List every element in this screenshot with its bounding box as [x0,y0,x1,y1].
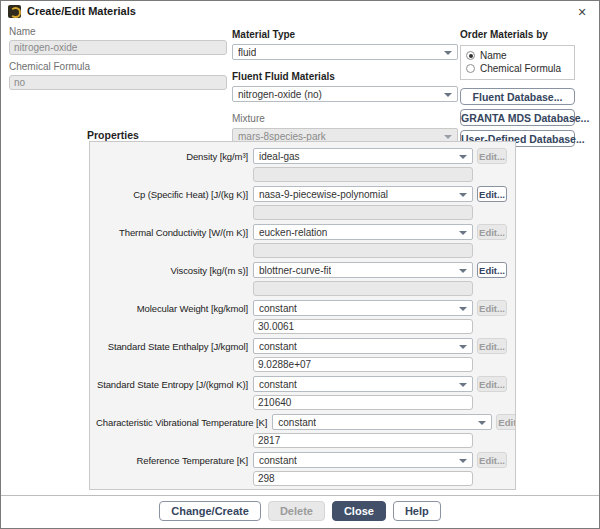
radio-selected-icon[interactable] [466,51,475,60]
bottom-separator [1,495,599,496]
chevron-down-icon [459,231,467,235]
cp-value-input [253,205,473,220]
property-label: Characteristic Vibrational Temperature [… [96,417,272,428]
viscosity-edit-button[interactable]: Edit... [477,262,507,278]
granta-mds-database-button[interactable]: GRANTA MDS Database... [460,109,575,126]
molecular-weight-value-input[interactable] [253,319,473,334]
property-row-thermal-conductivity: Thermal Conductivity [W/(m K)] eucken-re… [96,224,507,258]
close-icon[interactable]: ✕ [573,3,591,21]
property-label: Molecular Weight [kg/kmol] [96,303,253,314]
cp-method-dropdown[interactable]: nasa-9-piecewise-polynomial [253,186,473,202]
order-by-radio-group: Name Chemical Formula [460,45,575,80]
reference-temperature-value-input[interactable] [253,471,473,486]
order-by-chemical-formula-option[interactable]: Chemical Formula [466,62,569,75]
property-label: Cp (Specific Heat) [J/(kg K)] [96,189,253,200]
chevron-down-icon [459,155,467,159]
close-button[interactable]: Close [332,501,386,521]
chevron-down-icon [459,345,467,349]
standard-state-entropy-edit-button: Edit... [477,376,507,392]
help-button[interactable]: Help [393,501,441,521]
property-row-standard-state-enthalpy: Standard State Enthalpy [J/kgmol] consta… [96,338,507,372]
thermal-conductivity-edit-button: Edit... [477,224,507,240]
density-value-input [253,167,473,182]
chevron-down-icon [444,51,452,55]
standard-state-enthalpy-value-input[interactable] [253,357,473,372]
property-row-density: Density [kg/m³] ideal-gas Edit... [96,148,507,182]
property-row-characteristic-vibrational-temperature: Characteristic Vibrational Temperature [… [96,414,507,448]
reference-temperature-method-dropdown[interactable]: constant [253,452,473,468]
reference-temperature-edit-button: Edit... [477,452,507,468]
property-row-cp: Cp (Specific Heat) [J/(kg K)] nasa-9-pie… [96,186,507,220]
identity-section: Name Chemical Formula [9,26,227,96]
fluent-fluid-materials-dropdown[interactable]: nitrogen-oxide (no) [232,86,458,102]
fluent-app-icon [8,5,21,18]
delete-button: Delete [268,501,325,521]
mixture-label: Mixture [232,113,265,124]
property-label: Standard State Entropy [J/(kgmol K)] [96,379,253,390]
order-materials-section: Order Materials by Name Chemical Formula… [460,24,575,147]
chevron-down-icon [459,193,467,197]
chevron-down-icon [459,383,467,387]
order-materials-by-label: Order Materials by [460,29,548,40]
property-row-standard-state-entropy: Standard State Entropy [J/(kgmol K)] con… [96,376,507,410]
thermal-conductivity-value-input [253,243,473,258]
chevron-down-icon [459,459,467,463]
chevron-down-icon [478,421,486,425]
action-buttons: Change/Create Delete Close Help [1,501,599,521]
property-label: Density [kg/m³] [96,151,253,162]
chevron-down-icon [459,307,467,311]
property-label: Reference Temperature [K] [96,455,253,466]
properties-panel: Density [kg/m³] ideal-gas Edit... Cp (Sp… [89,141,516,490]
thermal-conductivity-method-dropdown[interactable]: eucken-relation [253,224,473,240]
property-label: Thermal Conductivity [W/(m K)] [96,227,253,238]
chemical-formula-field [9,75,227,90]
cp-edit-button[interactable]: Edit... [477,186,507,202]
characteristic-vibrational-temperature-value-input[interactable] [253,433,473,448]
material-type-dropdown[interactable]: fluid [232,44,458,60]
properties-label: Properties [87,129,139,141]
property-label: Standard State Enthalpy [J/kgmol] [96,341,253,352]
material-type-label: Material Type [232,29,295,40]
standard-state-enthalpy-edit-button: Edit... [477,338,507,354]
radio-unselected-icon[interactable] [466,64,475,73]
standard-state-entropy-method-dropdown[interactable]: constant [253,376,473,392]
chevron-down-icon [444,135,452,139]
characteristic-vibrational-temperature-method-dropdown[interactable]: constant [272,414,492,430]
viscosity-value-input [253,281,473,296]
property-row-reference-temperature: Reference Temperature [K] constant Edit.… [96,452,507,486]
chevron-down-icon [444,93,452,97]
fluent-database-button[interactable]: Fluent Database... [460,88,575,105]
standard-state-entropy-value-input[interactable] [253,395,473,410]
chemical-formula-label: Chemical Formula [9,61,227,72]
characteristic-vibrational-temperature-edit-button: Edit... [496,414,516,430]
name-field [9,40,227,55]
order-by-name-option[interactable]: Name [466,49,569,62]
title-bar: Create/Edit Materials ✕ [1,1,599,22]
standard-state-enthalpy-method-dropdown[interactable]: constant [253,338,473,354]
window-title: Create/Edit Materials [27,5,136,17]
create-edit-materials-dialog: Create/Edit Materials ✕ Name Chemical Fo… [0,0,600,529]
chevron-down-icon [459,269,467,273]
change-create-button[interactable]: Change/Create [159,501,261,521]
density-method-dropdown[interactable]: ideal-gas [253,148,473,164]
name-label: Name [9,26,227,37]
molecular-weight-method-dropdown[interactable]: constant [253,300,473,316]
density-edit-button: Edit... [477,148,507,164]
property-label: Viscosity [kg/(m s)] [96,265,253,276]
material-type-section: Material Type fluid Fluent Fluid Materia… [232,24,458,150]
molecular-weight-edit-button: Edit... [477,300,507,316]
fluent-fluid-materials-label: Fluent Fluid Materials [232,71,335,82]
viscosity-method-dropdown[interactable]: blottner-curve-fit [253,262,473,278]
property-row-molecular-weight: Molecular Weight [kg/kmol] constant Edit… [96,300,507,334]
property-row-viscosity: Viscosity [kg/(m s)] blottner-curve-fit … [96,262,507,296]
